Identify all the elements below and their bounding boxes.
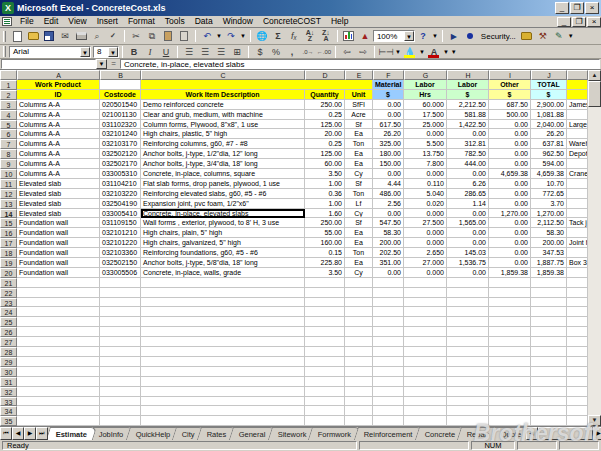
cell-J34[interactable]	[531, 406, 567, 416]
cell-D32[interactable]	[305, 387, 345, 397]
cell-C26[interactable]	[141, 327, 305, 337]
cell-E28[interactable]	[345, 347, 373, 357]
menu-data[interactable]: Data	[190, 16, 218, 27]
cell-J12[interactable]: 772.65	[531, 189, 567, 199]
cell-D4[interactable]: 0.25	[305, 110, 345, 120]
cell-F26[interactable]	[373, 327, 404, 337]
cell-I24[interactable]	[489, 307, 531, 317]
cell-K2[interactable]	[567, 90, 588, 100]
cell-I14[interactable]: 1,270.00	[489, 209, 531, 219]
cell-H31[interactable]	[447, 377, 489, 387]
cell-C10[interactable]: Concrete, in-place, columns, square	[141, 169, 305, 179]
cell-K18[interactable]	[567, 248, 588, 258]
cell-F29[interactable]	[373, 357, 404, 367]
cell-B19[interactable]: 032502150	[100, 258, 141, 268]
cell-I30[interactable]	[489, 367, 531, 377]
cell-A31[interactable]	[17, 377, 100, 387]
cell-E13[interactable]: Lf	[345, 199, 373, 209]
cell-B15[interactable]: 031109150	[100, 218, 141, 228]
cell-A20[interactable]: Foundation wall	[17, 268, 100, 278]
header-other-dollar[interactable]: $	[489, 90, 531, 100]
cell-H16[interactable]: 0.00	[447, 228, 489, 238]
cell-H6[interactable]: 0.00	[447, 129, 489, 139]
cell-G27[interactable]	[404, 337, 447, 347]
cell-F15[interactable]: 547.50	[373, 218, 404, 228]
cell-F6[interactable]: 26.20	[373, 129, 404, 139]
cell-H13[interactable]: 1.14	[447, 199, 489, 209]
merge-center-icon[interactable]: ⊞	[229, 45, 245, 59]
cell-I16[interactable]: 0.00	[489, 228, 531, 238]
undo-dropdown-icon[interactable]: ▼	[215, 33, 223, 39]
cell-K24[interactable]	[567, 307, 588, 317]
cell-G19[interactable]: 27.000	[404, 258, 447, 268]
cell-A21[interactable]	[17, 278, 100, 288]
cell-B20[interactable]: 033005506	[100, 268, 141, 278]
sheet-tab-quote[interactable]: Quote	[491, 427, 526, 440]
cell-K23[interactable]	[567, 298, 588, 308]
cell-K6[interactable]	[567, 129, 588, 139]
cell-G23[interactable]	[404, 298, 447, 308]
cell-B24[interactable]	[100, 307, 141, 317]
cell-A4[interactable]: Columns A-A	[17, 110, 100, 120]
cell-K33[interactable]	[567, 397, 588, 407]
cell-E11[interactable]: Sf	[345, 179, 373, 189]
row-header-11[interactable]: 11	[0, 179, 17, 189]
font-color-dropdown-icon[interactable]: ▼	[442, 49, 450, 55]
cell-K11[interactable]	[567, 179, 588, 189]
cell-A12[interactable]: Elevated slab	[17, 189, 100, 199]
cell-C31[interactable]	[141, 377, 305, 387]
cell-H17[interactable]: 0.00	[447, 238, 489, 248]
cell-B9[interactable]: 032502170	[100, 159, 141, 169]
cell-D22[interactable]	[305, 288, 345, 298]
cell-A14[interactable]: Elevated slab	[17, 209, 100, 219]
cell-C18[interactable]: Reinforcing foundations, g60, #5 - #6	[141, 248, 305, 258]
cell-K10[interactable]: Crane buck	[567, 169, 588, 179]
paste-icon[interactable]	[160, 29, 176, 43]
cell-B18[interactable]: 032103360	[100, 248, 141, 258]
cell-I10[interactable]: 4,659.38	[489, 169, 531, 179]
cell-B12[interactable]: 032103220	[100, 189, 141, 199]
cell-E3[interactable]: SfFl	[345, 100, 373, 110]
cell-G16[interactable]: 0.000	[404, 228, 447, 238]
sort-descending-icon[interactable]: Z↓A	[318, 29, 334, 43]
cell-D5[interactable]: 125.00	[305, 120, 345, 130]
row-header-7[interactable]: 7	[0, 139, 17, 149]
cell-I7[interactable]: 0.00	[489, 139, 531, 149]
cell-D18[interactable]: 0.15	[305, 248, 345, 258]
row-header-4[interactable]: 4	[0, 110, 17, 120]
cell-E34[interactable]	[345, 406, 373, 416]
cell-C34[interactable]	[141, 406, 305, 416]
cell-B3[interactable]: 020501540	[100, 100, 141, 110]
cell-G34[interactable]	[404, 406, 447, 416]
cell-G9[interactable]: 7.800	[404, 159, 447, 169]
cell-A34[interactable]	[17, 406, 100, 416]
cell-G8[interactable]: 13.750	[404, 149, 447, 159]
cell-B30[interactable]	[100, 367, 141, 377]
cell-K4[interactable]	[567, 110, 588, 120]
cell-J27[interactable]	[531, 337, 567, 347]
print-preview-icon[interactable]: ⌕	[89, 29, 105, 43]
menu-concretecost[interactable]: ConcreteCOST	[258, 16, 326, 27]
cell-H14[interactable]: 0.00	[447, 209, 489, 219]
cell-H4[interactable]: 581.88	[447, 110, 489, 120]
cell-H5[interactable]: 1,422.50	[447, 120, 489, 130]
cell-J10[interactable]: 4,659.38	[531, 169, 567, 179]
cell-G7[interactable]: 5.500	[404, 139, 447, 149]
cell-K1[interactable]	[567, 80, 588, 90]
row-header-5[interactable]: 5	[0, 120, 17, 130]
cell-I34[interactable]	[489, 406, 531, 416]
cell-H22[interactable]	[447, 288, 489, 298]
header-band[interactable]	[141, 80, 373, 90]
cell-C17[interactable]: High chairs, galvanized, 5" high	[141, 238, 305, 248]
formula-input[interactable]: Concrete, in-place, elevated slabs	[120, 59, 600, 69]
security-button[interactable]: Security...	[478, 32, 519, 41]
cell-C21[interactable]	[141, 278, 305, 288]
cell-H24[interactable]	[447, 307, 489, 317]
workbook-close-button[interactable]: ×	[587, 17, 601, 27]
cell-B35[interactable]	[100, 416, 141, 426]
cell-I17[interactable]: 0.00	[489, 238, 531, 248]
menu-tools[interactable]: Tools	[160, 16, 190, 27]
cell-J6[interactable]: 26.20	[531, 129, 567, 139]
cell-K29[interactable]	[567, 357, 588, 367]
cell-F20[interactable]: 0.00	[373, 268, 404, 278]
